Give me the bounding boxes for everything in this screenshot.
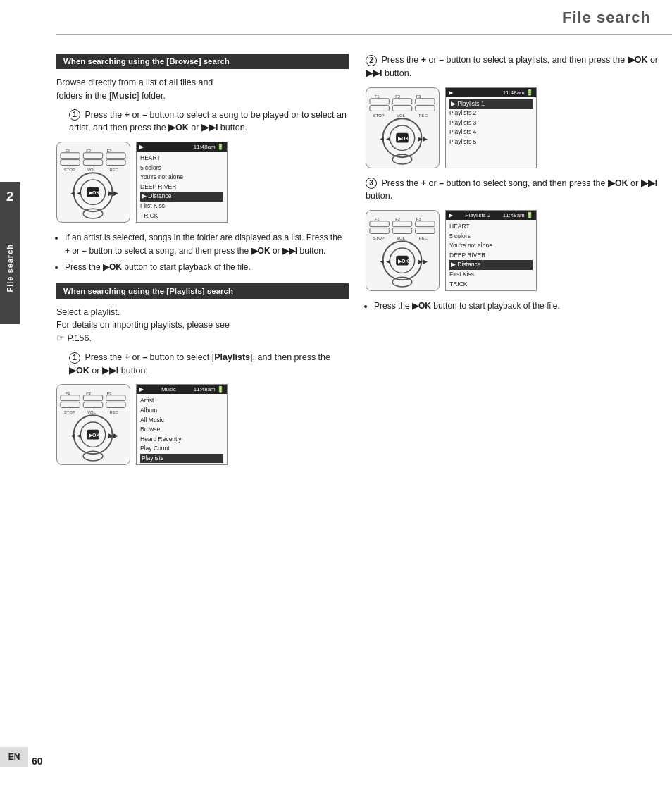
svg-text:F2: F2 bbox=[86, 391, 91, 395]
left-column: When searching using the [Browse] search… bbox=[56, 54, 349, 474]
svg-text:REC: REC bbox=[419, 236, 428, 240]
title-divider bbox=[56, 34, 672, 35]
svg-rect-5 bbox=[106, 153, 125, 159]
svg-text:▶OK: ▶OK bbox=[89, 433, 99, 438]
chapter-number: 2 bbox=[0, 182, 20, 211]
svg-text:◄◄: ◄◄ bbox=[379, 135, 391, 142]
svg-text:VOL: VOL bbox=[87, 411, 96, 415]
svg-text:REC: REC bbox=[110, 411, 119, 415]
screen1-body: HEART 5 colors You're not alone DEEP RIV… bbox=[137, 152, 227, 223]
controller-playlists1: F1 F2 F3 STOP VOL REC bbox=[56, 384, 130, 465]
svg-text:F2: F2 bbox=[86, 149, 91, 153]
controller-step2: F1 F2 F3 STOP VOL REC bbox=[366, 87, 440, 168]
svg-rect-26 bbox=[83, 402, 102, 408]
svg-point-75 bbox=[392, 277, 411, 287]
device-pair-step3: F1 F2 F3 STOP VOL REC bbox=[366, 210, 658, 291]
screen-music-header: ▶ Music 11:48am 🔋 bbox=[137, 385, 227, 394]
page-title-area: File search bbox=[38, 0, 672, 27]
svg-rect-27 bbox=[106, 402, 125, 408]
svg-text:VOL: VOL bbox=[397, 236, 405, 240]
svg-rect-24 bbox=[106, 395, 125, 401]
svg-text:▶OK: ▶OK bbox=[398, 259, 409, 264]
page-number: 60 bbox=[32, 755, 43, 767]
svg-point-18 bbox=[83, 209, 102, 218]
browse-step1: 1 Press the + or – button to select a so… bbox=[56, 109, 349, 135]
svg-text:F3: F3 bbox=[107, 391, 113, 395]
screen-1: ▶ 11:48am 🔋 HEART 5 colors You're not al… bbox=[136, 142, 228, 223]
svg-rect-43 bbox=[416, 98, 435, 104]
svg-rect-4 bbox=[83, 153, 102, 159]
device-pair-step2: F1 F2 F3 STOP VOL REC bbox=[366, 87, 658, 168]
svg-text:▶▶: ▶▶ bbox=[108, 190, 118, 197]
step1-circle: 1 bbox=[69, 109, 80, 121]
svg-text:STOP: STOP bbox=[64, 168, 75, 172]
svg-rect-6 bbox=[61, 160, 80, 166]
controller-step3: F1 F2 F3 STOP VOL REC bbox=[366, 210, 440, 291]
svg-rect-65 bbox=[416, 228, 435, 234]
svg-text:▶OK: ▶OK bbox=[89, 190, 99, 195]
screen-playlists-body: ▶ Playlists 1 Playlists 2 Playlists 3 Pl… bbox=[446, 97, 536, 149]
controller-1: F1 F2 F3 STOP VOL REC bbox=[56, 142, 130, 223]
playlists-step1-circle: 1 bbox=[69, 352, 80, 364]
bullet-item-2: Press the ▶OK button to start playback o… bbox=[65, 261, 349, 274]
svg-text:STOP: STOP bbox=[64, 411, 75, 415]
svg-rect-63 bbox=[370, 228, 389, 234]
svg-text:VOL: VOL bbox=[87, 168, 96, 172]
svg-rect-25 bbox=[61, 402, 80, 408]
screen-music-body: Artist Album All Music Browse Heard Rece… bbox=[137, 394, 227, 465]
svg-text:▶▶: ▶▶ bbox=[418, 135, 428, 142]
svg-rect-44 bbox=[370, 105, 389, 111]
screen-pl2-header: ▶ Playlists 2 11:48am 🔋 bbox=[446, 211, 536, 220]
step3-circle: 3 bbox=[366, 178, 377, 189]
svg-rect-3 bbox=[61, 153, 80, 159]
svg-text:F1: F1 bbox=[66, 149, 70, 153]
svg-text:REC: REC bbox=[419, 113, 428, 118]
svg-rect-22 bbox=[61, 395, 80, 401]
svg-rect-61 bbox=[392, 221, 411, 227]
browse-description: Browse directly from a list of all files… bbox=[56, 76, 349, 103]
svg-text:F3: F3 bbox=[416, 217, 422, 221]
right-bullets: Press the ▶OK button to start playback o… bbox=[374, 299, 658, 313]
svg-point-37 bbox=[83, 452, 102, 462]
browse-section-header: When searching using the [Browse] search bbox=[56, 54, 349, 69]
svg-text:STOP: STOP bbox=[373, 113, 385, 118]
svg-rect-8 bbox=[106, 160, 125, 166]
svg-point-56 bbox=[392, 154, 411, 164]
svg-rect-7 bbox=[83, 160, 102, 166]
svg-text:F2: F2 bbox=[395, 217, 400, 221]
svg-rect-41 bbox=[370, 98, 389, 104]
svg-text:STOP: STOP bbox=[373, 236, 385, 240]
playlists-section-header: When searching using the [Playlists] sea… bbox=[56, 283, 349, 299]
device-pair-1: F1 F2 F3 STOP VOL REC bbox=[56, 142, 349, 223]
screen-music-menu: ▶ Music 11:48am 🔋 Artist Album All Music… bbox=[136, 384, 228, 465]
browse-bullets: If an artist is selected, songs in the f… bbox=[65, 231, 349, 275]
chapter-label: File search bbox=[6, 244, 14, 292]
right-step2: 2 Press the + or – button to select a pl… bbox=[366, 54, 658, 80]
svg-text:◄◄: ◄◄ bbox=[379, 258, 391, 265]
svg-rect-62 bbox=[416, 221, 435, 227]
right-bullet-item: Press the ▶OK button to start playback o… bbox=[374, 299, 658, 313]
page-title: File search bbox=[562, 8, 651, 27]
playlists-description: Select a playlist. For details on import… bbox=[56, 306, 349, 345]
svg-rect-23 bbox=[83, 395, 102, 401]
screen-playlists2-songs: ▶ Playlists 2 11:48am 🔋 HEART 5 colors Y… bbox=[445, 210, 537, 291]
svg-text:F1: F1 bbox=[66, 391, 70, 395]
screen-playlists-header: ▶ 11:48am 🔋 bbox=[446, 88, 536, 97]
svg-text:F3: F3 bbox=[416, 94, 422, 98]
svg-text:F3: F3 bbox=[107, 149, 113, 153]
screen-pl2-body: HEART 5 colors You're not alone DEEP RIV… bbox=[446, 220, 536, 291]
svg-rect-64 bbox=[392, 228, 411, 234]
right-step3: 3 Press the + or – button to select song… bbox=[366, 177, 658, 204]
chapter-tab: File search bbox=[0, 211, 20, 324]
svg-rect-42 bbox=[392, 98, 411, 104]
svg-text:◄◄: ◄◄ bbox=[70, 432, 82, 439]
svg-text:▶▶: ▶▶ bbox=[418, 258, 428, 265]
device-pair-playlists1: F1 F2 F3 STOP VOL REC bbox=[56, 384, 349, 465]
svg-text:◄◄: ◄◄ bbox=[70, 190, 82, 197]
language-badge: EN bbox=[0, 747, 28, 767]
right-column: 2 Press the + or – button to select a pl… bbox=[366, 54, 658, 474]
svg-text:F1: F1 bbox=[375, 217, 380, 221]
playlists-step1: 1 Press the + or – button to select [Pla… bbox=[56, 351, 349, 378]
bullet-item-1: If an artist is selected, songs in the f… bbox=[65, 231, 349, 258]
svg-rect-45 bbox=[392, 105, 411, 111]
